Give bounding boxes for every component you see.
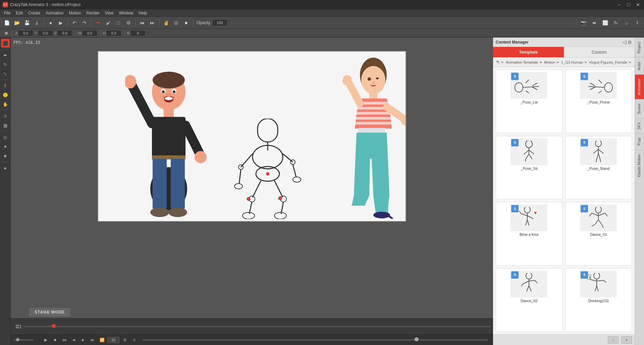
tl-frame-input[interactable] [107, 337, 119, 343]
ruler-button[interactable]: ⦀ [633, 18, 642, 27]
menu-view[interactable]: View [102, 9, 116, 16]
side-tab-elastic[interactable]: Elastic Motion [635, 150, 644, 181]
tl-prev[interactable]: ⏮ [60, 336, 68, 344]
redo-button[interactable]: ↷ [80, 18, 89, 27]
panel-add-button[interactable]: + [621, 336, 632, 344]
side-tab-actor[interactable]: Actor [635, 57, 644, 74]
tool-hand[interactable]: ✋ [1, 100, 10, 109]
tool-camera[interactable]: ◎ [1, 133, 10, 141]
item-dance02[interactable]: S Dance_02 [496, 268, 562, 332]
stage-mode-button[interactable]: STAGE MODE [29, 308, 70, 317]
h-input[interactable] [106, 30, 121, 36]
minimize-button[interactable]: − [616, 1, 623, 8]
side-tab-sfx[interactable]: SFX [635, 118, 644, 133]
panel-download-button[interactable]: ↓ [608, 336, 619, 344]
stage[interactable] [98, 51, 406, 222]
new-button[interactable]: 📄 [2, 18, 11, 27]
menu-render[interactable]: Render [84, 9, 102, 16]
cam-button[interactable]: 📷 [579, 18, 588, 27]
svg-point-47 [376, 77, 379, 79]
item-dance01[interactable]: S D [565, 202, 632, 266]
tool5[interactable]: ⚙ [124, 18, 133, 27]
y-input[interactable] [38, 30, 53, 36]
tool-light[interactable]: ★ [1, 142, 10, 151]
x-input[interactable] [18, 30, 33, 36]
prev-frame[interactable]: ⏮ [138, 18, 147, 27]
tl-list[interactable]: ≡ [130, 336, 138, 344]
reset-button[interactable]: ⌂ [622, 18, 631, 27]
tl-stop[interactable]: ■ [51, 336, 59, 344]
svg-text:♥: ♥ [534, 210, 537, 215]
eye-tool[interactable]: ◎ [171, 18, 181, 27]
undo-button[interactable]: ↶ [70, 18, 79, 27]
svg-line-66 [526, 80, 529, 83]
select-button[interactable]: ⮕ [94, 18, 103, 27]
item-pose-stand[interactable]: S _Pose_Stand [565, 136, 632, 200]
side-tab-animation[interactable]: Animation [635, 74, 644, 99]
tl-right-handle[interactable] [415, 337, 419, 341]
svg-line-103 [598, 213, 605, 216]
item-pose-lie[interactable]: S _Pose_Lie [496, 70, 562, 133]
panel-settings-button[interactable]: ⚙ [628, 40, 632, 45]
tool-scale[interactable]: ⤡ [1, 69, 10, 78]
z-label: Z [54, 31, 57, 35]
menu-create[interactable]: Create [25, 9, 43, 16]
side-tab-prop[interactable]: Prop [635, 133, 644, 149]
r-input[interactable] [130, 30, 146, 36]
brush-tool[interactable]: ✌ [161, 18, 171, 27]
item-pose-sit[interactable]: S _Pose_Sit [496, 136, 562, 200]
tl-play[interactable]: ▶ [42, 336, 50, 344]
tool-prop[interactable]: ■ [1, 151, 10, 160]
side-tabs: Project Actor Animation Scene SFX Prop E… [635, 38, 644, 345]
tl-loop[interactable]: 🔁 [98, 336, 106, 344]
tool-mesh[interactable]: ▦ [1, 121, 10, 130]
item-drinking[interactable]: S Drinking(1S) [565, 268, 632, 332]
opacity-input[interactable] [212, 19, 227, 26]
z-input[interactable] [57, 30, 72, 36]
tab-template[interactable]: Template [493, 47, 564, 57]
menu-help[interactable]: Help [136, 9, 150, 16]
import-button[interactable]: ⤓ [32, 18, 42, 27]
breadcrumb-back[interactable]: ↰ [496, 60, 500, 65]
tl-next[interactable]: ⏭ [89, 336, 97, 344]
play-button[interactable]: ▶ [56, 18, 65, 27]
timeline-scrubber[interactable] [23, 326, 490, 327]
open-button[interactable]: 📂 [12, 18, 21, 27]
side-tab-project[interactable]: Project [635, 38, 644, 57]
tool-bone[interactable]: ✰ [1, 112, 10, 120]
menu-edit[interactable]: Edit [13, 9, 25, 16]
menu-file[interactable]: File [1, 9, 13, 16]
rotate-button[interactable]: ↻ [611, 18, 621, 27]
tl-settings[interactable]: ⚙ [121, 336, 129, 344]
tab-custom[interactable]: Custom [564, 47, 635, 57]
tool-move[interactable]: ⬌ [1, 51, 10, 59]
tool-body[interactable]: 🚶 [1, 81, 10, 90]
tl-fwd[interactable]: ► [79, 336, 87, 344]
close-button[interactable]: ✕ [635, 1, 641, 8]
tl-back[interactable]: ◄ [70, 336, 78, 344]
erase-button[interactable]: □ [114, 18, 123, 27]
transform-button[interactable]: ⬜ [600, 18, 610, 27]
paint-button[interactable]: 🖌 [104, 18, 113, 27]
item-blow-kiss[interactable]: S ♥ Blow a Kiss [496, 202, 562, 266]
move-button[interactable]: ⬌ [590, 18, 599, 27]
menu-window[interactable]: Window [116, 9, 136, 16]
tool-path[interactable]: ▲ [1, 163, 10, 172]
maximize-button[interactable]: □ [625, 1, 632, 8]
tool-select[interactable]: ⬛ [1, 39, 10, 48]
item-pose-prone[interactable]: S _Pose_Prone [565, 70, 632, 133]
timeline-playhead[interactable] [52, 324, 56, 328]
side-tab-scene[interactable]: Scene [635, 99, 644, 118]
svg-line-119 [591, 280, 597, 281]
save-button[interactable]: 💾 [22, 18, 32, 27]
record-button[interactable]: ● [46, 18, 55, 27]
tool-rotate[interactable]: ↻ [1, 60, 10, 69]
w-input[interactable] [82, 30, 97, 36]
menu-animation[interactable]: Animation [43, 9, 66, 16]
next-frame[interactable]: ⏭ [148, 18, 157, 27]
tool-face[interactable]: 🙂 [1, 90, 10, 99]
layer-toggle[interactable]: ▦ [3, 30, 9, 37]
panel-close-button[interactable]: ◁ [622, 39, 626, 45]
layer-tool[interactable]: ■ [181, 18, 191, 27]
menu-motion[interactable]: Motion [66, 9, 84, 16]
